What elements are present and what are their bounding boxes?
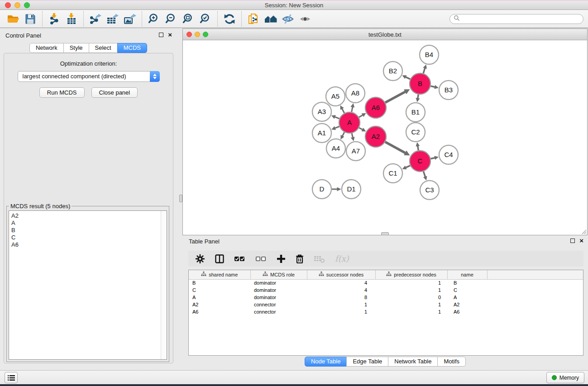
- table-row[interactable]: A6connector11A6: [189, 308, 583, 315]
- dropdown-stepper-icon[interactable]: [150, 71, 160, 82]
- table-cell[interactable]: 1: [307, 308, 375, 315]
- tab-node-table[interactable]: Node Table: [305, 357, 347, 367]
- toggle-columns-button[interactable]: [215, 254, 225, 264]
- float-panel-icon[interactable]: [159, 33, 163, 37]
- table-cell[interactable]: A: [447, 294, 487, 301]
- criterion-dropdown[interactable]: largest connected component (directed): [18, 71, 160, 82]
- table-cell[interactable]: connector: [250, 308, 307, 315]
- tab-select[interactable]: Select: [89, 43, 118, 53]
- zoom-fit-button[interactable]: [180, 12, 197, 26]
- search-box[interactable]: [449, 14, 583, 24]
- table-cell[interactable]: 1: [307, 301, 375, 308]
- table-row[interactable]: Bdominator41B: [189, 279, 583, 286]
- edge-A2-C[interactable]: [385, 142, 406, 153]
- tab-edge-table[interactable]: Edge Table: [346, 357, 388, 367]
- task-history-button[interactable]: [5, 372, 18, 383]
- mcds-result-list[interactable]: A2ABCA6: [9, 210, 167, 360]
- table-cell[interactable]: 1: [375, 308, 447, 315]
- table-cell[interactable]: A2: [447, 301, 487, 308]
- table-cell[interactable]: B: [447, 279, 487, 286]
- tab-motifs[interactable]: Motifs: [437, 357, 466, 367]
- export-network-button[interactable]: [87, 12, 104, 26]
- zoom-selected-button[interactable]: [197, 12, 214, 26]
- column-header-name[interactable]: name: [447, 270, 487, 279]
- table-cell[interactable]: dominator: [250, 286, 307, 294]
- close-panel-icon[interactable]: ×: [168, 33, 172, 37]
- mcds-result-item[interactable]: A2: [11, 212, 167, 219]
- home-button[interactable]: [262, 12, 279, 26]
- refresh-button[interactable]: [221, 12, 238, 26]
- mcds-result-item[interactable]: B: [11, 227, 167, 234]
- table-cell[interactable]: B: [189, 279, 250, 286]
- deselect-all-button[interactable]: [255, 254, 267, 264]
- mcds-result-item[interactable]: A6: [11, 241, 167, 248]
- close-panel-button[interactable]: Close panel: [91, 87, 138, 98]
- edge-A-A8[interactable]: [352, 107, 353, 112]
- table-cell[interactable]: 1: [375, 286, 447, 294]
- resize-grip-icon[interactable]: [581, 229, 587, 234]
- zoom-out-button[interactable]: [163, 12, 180, 26]
- export-image-button[interactable]: [121, 12, 139, 26]
- save-session-button[interactable]: [22, 12, 39, 26]
- close-view-button[interactable]: [186, 32, 192, 37]
- mcds-result-item[interactable]: A: [11, 219, 167, 227]
- edge-A-A5[interactable]: [342, 109, 344, 113]
- copy-network-button[interactable]: [245, 12, 262, 26]
- search-input[interactable]: [462, 16, 579, 22]
- import-table-button[interactable]: [63, 12, 80, 26]
- edge-B-B4[interactable]: [423, 68, 425, 74]
- edge-C-C2[interactable]: [418, 146, 419, 151]
- column-header-successor-nodes[interactable]: successor nodes: [307, 270, 375, 279]
- table-cell[interactable]: A6: [189, 308, 250, 315]
- table-cell[interactable]: connector: [250, 301, 307, 308]
- table-cell[interactable]: A: [189, 294, 250, 301]
- column-header-MCDS-role[interactable]: MCDS role: [250, 270, 307, 279]
- zoom-in-button[interactable]: [145, 12, 163, 26]
- edge-A-A2[interactable]: [359, 128, 363, 129]
- edge-A-A7[interactable]: [352, 133, 353, 137]
- edge-B-B2[interactable]: [406, 77, 410, 79]
- minimize-view-button[interactable]: [195, 32, 200, 37]
- table-cell[interactable]: C: [189, 286, 250, 294]
- edge-C-C3[interactable]: [424, 172, 425, 177]
- network-window-titlebar[interactable]: testGlobe.txt: [183, 29, 587, 40]
- minimize-window-button[interactable]: [14, 2, 20, 8]
- table-row[interactable]: Adominator80A: [189, 294, 583, 301]
- column-header-shared-name[interactable]: shared name: [189, 270, 250, 279]
- zoom-view-button[interactable]: [203, 32, 208, 37]
- table-row[interactable]: Cdominator41C: [189, 286, 583, 294]
- tab-mcds[interactable]: MCDS: [117, 43, 147, 53]
- tab-network[interactable]: Network: [29, 43, 64, 53]
- table-cell[interactable]: dominator: [250, 279, 307, 286]
- open-session-button[interactable]: [5, 12, 22, 26]
- edge-A6-B[interactable]: [385, 92, 405, 103]
- edge-B-B3[interactable]: [430, 86, 435, 87]
- column-header-predecessor-nodes[interactable]: predecessor nodes: [375, 270, 447, 279]
- edge-A-A3[interactable]: [335, 117, 339, 119]
- zoom-window-button[interactable]: [24, 2, 30, 8]
- add-row-button[interactable]: [277, 254, 286, 263]
- mcds-result-item[interactable]: C: [11, 234, 167, 241]
- show-graphics-details-button[interactable]: [296, 12, 314, 26]
- table-row[interactable]: A2connector11A2: [189, 301, 583, 308]
- run-mcds-button[interactable]: Run MCDS: [39, 87, 85, 98]
- edge-A-A4[interactable]: [342, 132, 344, 136]
- table-cell[interactable]: C: [447, 286, 487, 294]
- table-cell[interactable]: 1: [375, 301, 447, 308]
- table-cell[interactable]: A6: [447, 308, 487, 315]
- edge-A-A1[interactable]: [335, 127, 339, 129]
- tab-network-table[interactable]: Network Table: [388, 357, 438, 367]
- close-table-panel-icon[interactable]: ×: [579, 238, 583, 243]
- settings-gear-button[interactable]: [195, 254, 205, 264]
- float-table-panel-icon[interactable]: [570, 238, 575, 243]
- table-cell[interactable]: 8: [307, 294, 375, 301]
- import-network-button[interactable]: [46, 12, 63, 26]
- edge-A-A6[interactable]: [359, 115, 363, 117]
- result-scrollbar[interactable]: [161, 211, 167, 359]
- horizontal-splitter-handle[interactable]: [381, 232, 389, 235]
- export-table-button[interactable]: [104, 12, 121, 26]
- hide-graphics-details-button[interactable]: [279, 12, 296, 26]
- edge-C-C1[interactable]: [406, 166, 410, 168]
- network-canvas[interactable]: AA1A2A3A4A5A6A7A8BB1B2B3B4CC1C2C3C4DD1: [183, 40, 587, 235]
- table-cell[interactable]: dominator: [250, 294, 307, 301]
